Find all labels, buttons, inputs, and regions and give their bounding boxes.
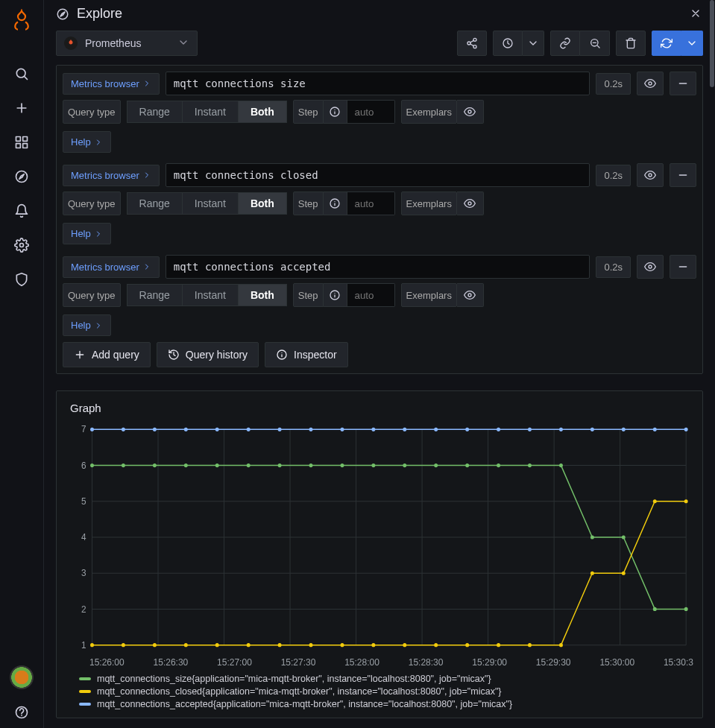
help-button[interactable]: Help [63, 223, 111, 244]
query-type-selector: Range Instant Both [127, 284, 287, 306]
query-input[interactable] [166, 72, 590, 95]
x-tick: 15:29:00 [472, 657, 507, 668]
query-type-range[interactable]: Range [127, 284, 182, 306]
query-type-instant[interactable]: Instant [182, 101, 238, 123]
x-tick: 15:29:30 [536, 657, 571, 668]
svg-point-0 [16, 69, 25, 77]
metrics-browser-button[interactable]: Metrics browser [63, 73, 160, 95]
query-type-instant[interactable]: Instant [182, 284, 238, 306]
query-type-selector: Range Instant Both [127, 192, 287, 215]
query-type-both[interactable]: Both [238, 284, 287, 306]
datasource-picker[interactable]: Prometheus [56, 31, 198, 56]
clear-all-button[interactable] [616, 31, 646, 56]
remove-query-button[interactable] [670, 255, 696, 279]
svg-point-88 [90, 428, 94, 431]
svg-text:3: 3 [81, 568, 86, 578]
help-button[interactable]: Help [63, 314, 111, 336]
link-button[interactable] [550, 31, 580, 56]
close-icon[interactable] [690, 7, 703, 21]
query-type-both[interactable]: Both [238, 192, 287, 215]
svg-point-78 [403, 643, 406, 647]
svg-point-99 [434, 428, 438, 431]
alerting-icon[interactable] [6, 195, 37, 227]
svg-point-52 [215, 463, 219, 467]
svg-point-22 [468, 294, 471, 297]
toggle-visibility-button[interactable] [637, 163, 664, 187]
x-tick: 15:28:00 [344, 657, 379, 668]
svg-point-74 [278, 643, 282, 647]
step-info-icon[interactable] [324, 100, 347, 124]
query-input[interactable] [166, 163, 590, 187]
svg-point-62 [528, 463, 532, 467]
step-info-icon[interactable] [324, 283, 347, 307]
svg-point-55 [309, 463, 313, 467]
query-type-label: Query type [63, 192, 121, 215]
query-input[interactable] [166, 255, 590, 279]
gear-icon[interactable] [6, 230, 37, 261]
page-title: Explore [77, 6, 122, 22]
svg-text:4: 4 [81, 532, 86, 542]
explore-icon[interactable] [6, 161, 37, 192]
step-input[interactable] [347, 100, 395, 124]
step-input[interactable] [347, 283, 395, 307]
remove-query-button[interactable] [670, 163, 696, 187]
exemplars-toggle[interactable] [457, 100, 484, 124]
query-type-both[interactable]: Both [238, 101, 287, 123]
svg-rect-3 [16, 144, 21, 148]
grafana-logo[interactable] [9, 7, 34, 33]
query-timing: 0.2s [596, 256, 631, 278]
zoom-out-button[interactable] [580, 31, 610, 56]
svg-point-97 [371, 428, 375, 431]
legend-label: mqtt_connections_accepted{application="m… [97, 699, 512, 709]
step-label: Step [293, 192, 324, 215]
inspector-button[interactable]: Inspector [265, 342, 348, 367]
svg-text:5: 5 [81, 496, 86, 507]
toggle-visibility-button[interactable] [637, 72, 664, 95]
add-query-button[interactable]: Add query [63, 342, 151, 367]
legend-item[interactable]: mqtt_connections_accepted{application="m… [79, 699, 693, 709]
compass-icon [56, 7, 69, 21]
run-query-button[interactable] [652, 31, 681, 56]
svg-point-83 [559, 643, 563, 647]
metrics-browser-button[interactable]: Metrics browser [63, 256, 160, 278]
query-history-button[interactable]: Query history [157, 342, 259, 367]
plus-icon[interactable] [6, 92, 37, 124]
exemplars-toggle[interactable] [457, 192, 484, 215]
svg-point-66 [653, 607, 657, 611]
time-picker-button[interactable] [493, 31, 523, 56]
share-button[interactable] [457, 31, 487, 56]
step-info-icon[interactable] [324, 192, 347, 215]
svg-text:2: 2 [81, 604, 86, 614]
step-input[interactable] [347, 192, 395, 215]
search-icon[interactable] [6, 58, 37, 89]
query-type-range[interactable]: Range [127, 192, 182, 215]
svg-point-103 [559, 428, 563, 431]
time-picker-chevron[interactable] [523, 31, 544, 56]
chart-legend: mqtt_connections_size{application="mica-… [79, 674, 693, 709]
chart[interactable]: 1234567 [70, 422, 693, 653]
svg-point-96 [341, 428, 344, 431]
legend-item[interactable]: mqtt_connections_closed{application="mic… [79, 686, 693, 697]
shield-icon[interactable] [6, 264, 37, 295]
remove-query-button[interactable] [670, 72, 696, 95]
toggle-visibility-button[interactable] [637, 255, 664, 279]
svg-point-93 [247, 428, 251, 431]
dashboards-icon[interactable] [6, 127, 37, 158]
svg-point-81 [497, 643, 500, 647]
legend-swatch [79, 703, 91, 706]
query-type-range[interactable]: Range [127, 101, 182, 123]
prometheus-icon [64, 37, 78, 50]
legend-label: mqtt_connections_closed{application="mic… [97, 686, 502, 697]
query-type-instant[interactable]: Instant [182, 192, 238, 215]
legend-item[interactable]: mqtt_connections_size{application="mica-… [79, 674, 693, 684]
help-button[interactable]: Help [63, 131, 111, 153]
exemplars-toggle[interactable] [457, 283, 484, 307]
query-type-selector: Range Instant Both [127, 101, 287, 123]
run-query-chevron[interactable] [681, 31, 703, 56]
svg-point-98 [403, 428, 406, 431]
avatar[interactable] [10, 665, 34, 689]
main: Explore Prometheus Metrics [43, 0, 715, 728]
help-icon[interactable] [6, 697, 37, 728]
metrics-browser-button[interactable]: Metrics browser [63, 165, 160, 186]
scrollbar[interactable] [709, 0, 715, 728]
